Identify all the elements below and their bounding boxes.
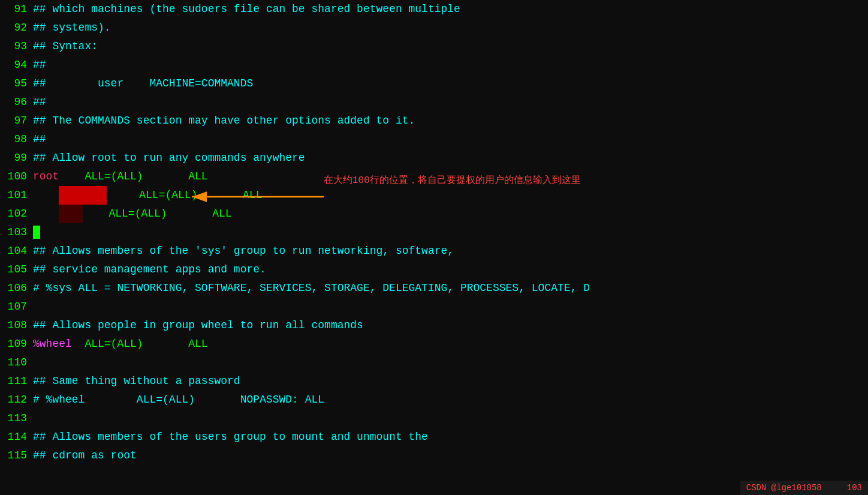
line-num-107: 107 (0, 298, 33, 316)
line-content-91: ## which machines (the sudoers file can … (33, 0, 868, 19)
line-num-104: 104 (0, 242, 33, 260)
code-line-92: 92 ## systems). (0, 19, 868, 37)
code-line-95: 95 ## user MACHINE=COMMANDS (0, 74, 868, 93)
code-line-108: 108 ## Allows people in group wheel to r… (0, 316, 868, 335)
line-num-97: 97 (0, 112, 33, 130)
line-content-98: ## (33, 130, 868, 149)
code-line-115: 115 ## cdrom as root (0, 446, 868, 465)
line-content-96: ## (33, 93, 868, 112)
line-content-111: ## Same thing without a password (33, 372, 868, 391)
line-num-109: 109 (0, 335, 33, 353)
line-num-92: 92 (0, 19, 33, 37)
code-line-114: 114 ## Allows members of the users group… (0, 428, 868, 446)
line-content-104: ## Allows members of the 'sys' group to … (33, 242, 868, 260)
line-content-105: ## service management apps and more. (33, 260, 868, 279)
line-content-108: ## Allows people in group wheel to run a… (33, 316, 868, 335)
line-num-110: 110 (0, 353, 33, 372)
code-line-94: 94 ## (0, 56, 868, 74)
code-area: 91 ## which machines (the sudoers file c… (0, 0, 868, 465)
code-line-96: 96 ## (0, 93, 868, 112)
annotation-arrow (186, 185, 342, 209)
line-num-99: 99 (0, 149, 33, 167)
code-line-104: 104 ## Allows members of the 'sys' group… (0, 242, 868, 260)
line-content-101: ██████ ALL=(ALL) ALL (33, 186, 868, 205)
line-content-112: # %wheel ALL=(ALL) NOPASSWD: ALL (33, 391, 868, 409)
line-num-94: 94 (0, 56, 33, 74)
line-content-92: ## systems). (33, 19, 868, 37)
line-num-113: 113 (0, 409, 33, 428)
code-line-109: 109 %wheel ALL=(ALL) ALL (0, 335, 868, 353)
line-content-114: ## Allows members of the users group to … (33, 428, 868, 446)
csdn-label: CSDN @lge101058 (746, 483, 822, 493)
code-line-103: 103 (0, 223, 868, 242)
line-num-114: 114 (0, 428, 33, 446)
line-num-100: 100 (0, 167, 33, 186)
code-line-113: 113 (0, 409, 868, 428)
line-num-106: 106 (0, 279, 33, 298)
line-num-105: 105 (0, 260, 33, 279)
line-num-102: 102 (0, 205, 33, 223)
line-content-109: %wheel ALL=(ALL) ALL (33, 335, 868, 353)
annotation-text: 在大约100行的位置，将自己要提权的用户的信息输入到这里 (324, 174, 581, 187)
line-num-101: 101 (0, 186, 33, 205)
page-number: 103 (847, 483, 862, 493)
editor-container: 91 ## which machines (the sudoers file c… (0, 0, 868, 495)
code-line-98: 98 ## (0, 130, 868, 149)
code-line-110: 110 (0, 353, 868, 372)
line-num-112: 112 (0, 391, 33, 409)
line-num-103: 103 (0, 223, 33, 242)
cursor-block (33, 226, 40, 239)
line-content-103 (33, 223, 868, 242)
code-line-97: 97 ## The COMMANDS section may have othe… (0, 112, 868, 130)
code-line-112: 112 # %wheel ALL=(ALL) NOPASSWD: ALL (0, 391, 868, 409)
line-content-102: ██ ALL=(ALL) ALL (33, 205, 868, 223)
line-num-98: 98 (0, 130, 33, 149)
code-line-101: 101 ██████ ALL=(ALL) ALL (0, 186, 868, 205)
line-content-106: # %sys ALL = NETWORKING, SOFTWARE, SERVI… (33, 279, 868, 298)
code-line-102: 102 ██ ALL=(ALL) ALL (0, 205, 868, 223)
code-line-99: 99 ## Allow root to run any commands any… (0, 149, 868, 167)
line-content-97: ## The COMMANDS section may have other o… (33, 112, 868, 130)
code-line-93: 93 ## Syntax: (0, 37, 868, 56)
line-num-93: 93 (0, 37, 33, 56)
line-num-115: 115 (0, 446, 33, 465)
line-num-96: 96 (0, 93, 33, 112)
bottom-bar: CSDN @lge101058 103 (740, 481, 868, 495)
line-content-93: ## Syntax: (33, 37, 868, 56)
line-num-91: 91 (0, 0, 33, 19)
code-line-91: 91 ## which machines (the sudoers file c… (0, 0, 868, 19)
code-line-111: 111 ## Same thing without a password (0, 372, 868, 391)
code-line-105: 105 ## service management apps and more. (0, 260, 868, 279)
line-num-95: 95 (0, 74, 33, 93)
line-content-115: ## cdrom as root (33, 446, 868, 465)
line-content-94: ## (33, 56, 868, 74)
code-line-106: 106 # %sys ALL = NETWORKING, SOFTWARE, S… (0, 279, 868, 298)
line-content-99: ## Allow root to run any commands anywhe… (33, 149, 868, 167)
line-num-111: 111 (0, 372, 33, 391)
line-content-95: ## user MACHINE=COMMANDS (33, 74, 868, 93)
line-num-108: 108 (0, 316, 33, 335)
code-line-107: 107 (0, 298, 868, 316)
